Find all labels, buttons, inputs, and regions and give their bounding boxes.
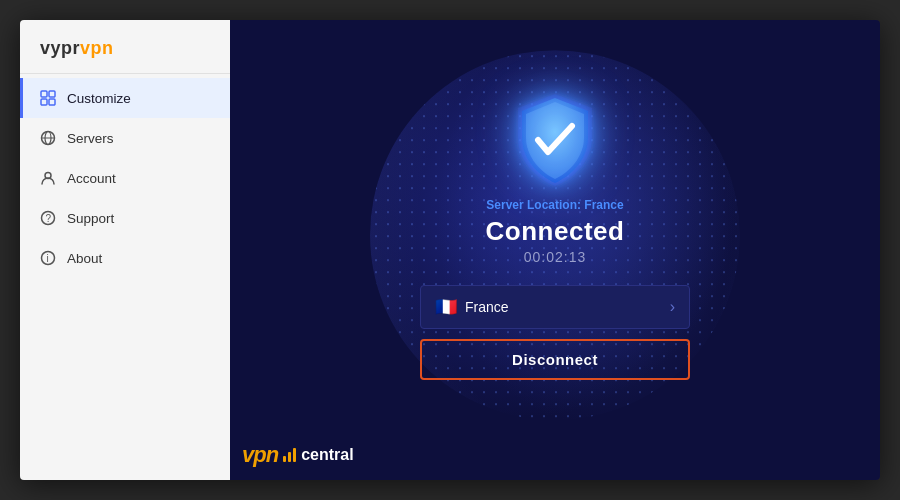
- sidebar-item-label: About: [67, 251, 102, 266]
- server-location-text: Server Location: France: [486, 198, 625, 212]
- brand-vpn-text: vpn: [242, 442, 278, 468]
- svg-rect-2: [41, 99, 47, 105]
- account-icon: [39, 169, 57, 187]
- shield-icon-wrapper: [510, 90, 600, 190]
- brand-central-text: central: [301, 446, 353, 464]
- brand-bars-icon: [283, 448, 296, 462]
- location-selector-button[interactable]: 🇫🇷 France ›: [420, 285, 690, 329]
- location-name: France: [465, 299, 509, 315]
- about-icon: i: [39, 249, 57, 267]
- customize-icon: [39, 89, 57, 107]
- sidebar-item-label: Support: [67, 211, 114, 226]
- connection-status: Connected: [486, 216, 625, 247]
- svg-rect-0: [41, 91, 47, 97]
- svg-rect-1: [49, 91, 55, 97]
- servers-icon: [39, 129, 57, 147]
- country-flag: 🇫🇷: [435, 296, 457, 318]
- status-section: Server Location: France Connected 00:02:…: [486, 198, 625, 265]
- sidebar-item-support[interactable]: ? Support: [20, 198, 230, 238]
- sidebar-item-label: Customize: [67, 91, 131, 106]
- chevron-right-icon: ›: [670, 298, 675, 316]
- sidebar-item-servers[interactable]: Servers: [20, 118, 230, 158]
- shield-container: [510, 90, 600, 190]
- bar-1: [283, 456, 286, 462]
- bar-3: [293, 448, 296, 462]
- bottom-branding: vpn central: [242, 442, 354, 468]
- sidebar: vyprvpn Customize: [20, 20, 230, 480]
- sidebar-item-customize[interactable]: Customize: [20, 78, 230, 118]
- sidebar-nav: Customize Servers: [20, 74, 230, 278]
- sidebar-item-label: Account: [67, 171, 116, 186]
- server-location-country: France: [584, 198, 623, 212]
- svg-rect-3: [49, 99, 55, 105]
- sidebar-item-account[interactable]: Account: [20, 158, 230, 198]
- sidebar-item-about[interactable]: i About: [20, 238, 230, 278]
- controls-panel: 🇫🇷 France › Disconnect: [420, 285, 690, 380]
- svg-text:i: i: [47, 253, 49, 264]
- main-panel: Server Location: France Connected 00:02:…: [230, 20, 880, 480]
- shield-icon: [510, 90, 600, 190]
- sidebar-item-label: Servers: [67, 131, 114, 146]
- disconnect-button[interactable]: Disconnect: [420, 339, 690, 380]
- app-window: vyprvpn Customize: [20, 20, 880, 480]
- bar-2: [288, 452, 291, 462]
- connection-timer: 00:02:13: [486, 249, 625, 265]
- svg-text:?: ?: [46, 213, 52, 224]
- support-icon: ?: [39, 209, 57, 227]
- location-btn-left: 🇫🇷 France: [435, 296, 509, 318]
- app-logo: vyprvpn: [20, 20, 230, 74]
